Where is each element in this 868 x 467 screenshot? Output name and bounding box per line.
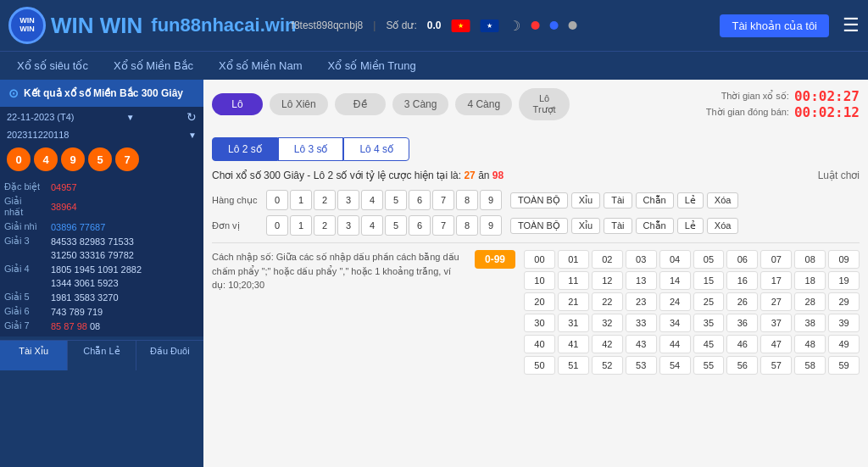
num-cell-50[interactable]: 50: [524, 356, 555, 375]
tab-chan-le[interactable]: Chẵn Lẻ: [68, 341, 136, 370]
num-cell-40[interactable]: 40: [524, 335, 555, 353]
num-cell-45[interactable]: 45: [693, 335, 725, 353]
dv-toan-bo[interactable]: TOÀN BỘ: [510, 218, 568, 234]
tab-lo[interactable]: Lô: [212, 93, 263, 115]
nav-item-mien-bac[interactable]: Xổ số Miền Bắc: [114, 56, 193, 75]
lo-tab-3so[interactable]: Lô 3 số: [278, 137, 344, 161]
hc-5[interactable]: 5: [385, 190, 407, 210]
num-cell-24[interactable]: 24: [659, 292, 691, 311]
num-cell-15[interactable]: 15: [693, 271, 725, 290]
num-cell-29[interactable]: 29: [828, 292, 860, 311]
num-cell-19[interactable]: 19: [828, 271, 860, 290]
flag-us-icon[interactable]: ★: [480, 19, 498, 32]
num-cell-51[interactable]: 51: [558, 356, 589, 375]
hc-6[interactable]: 6: [409, 190, 431, 210]
nav-item-mien-nam[interactable]: Xổ số Miền Nam: [219, 56, 302, 75]
hc-7[interactable]: 7: [432, 190, 454, 210]
num-cell-39[interactable]: 39: [828, 314, 860, 332]
num-cell-18[interactable]: 18: [794, 271, 826, 290]
num-cell-22[interactable]: 22: [592, 292, 623, 311]
dv-7[interactable]: 7: [432, 215, 454, 236]
luat-choi-link[interactable]: Luật chơi: [818, 170, 860, 181]
hc-4[interactable]: 4: [361, 190, 383, 210]
hc-1[interactable]: 1: [290, 190, 312, 210]
dv-5[interactable]: 5: [385, 215, 407, 236]
nav-item-mien-trung[interactable]: Xổ số Miền Trung: [328, 56, 416, 75]
dv-tai[interactable]: Tài: [604, 218, 632, 234]
hc-3[interactable]: 3: [337, 190, 359, 210]
menu-icon[interactable]: ☰: [843, 14, 860, 36]
num-cell-27[interactable]: 27: [760, 292, 792, 311]
session-chevron[interactable]: ▼: [188, 131, 197, 140]
num-cell-57[interactable]: 57: [760, 356, 792, 375]
hc-chan[interactable]: Chẵn: [636, 192, 674, 208]
num-cell-46[interactable]: 46: [726, 335, 758, 353]
num-cell-31[interactable]: 31: [558, 314, 589, 332]
num-cell-13[interactable]: 13: [626, 271, 657, 290]
dv-xoa[interactable]: Xóa: [707, 218, 739, 234]
num-cell-10[interactable]: 10: [524, 271, 555, 290]
num-cell-25[interactable]: 25: [693, 292, 725, 311]
num-cell-44[interactable]: 44: [659, 335, 691, 353]
quick-select-btn[interactable]: 0-99: [475, 250, 515, 269]
num-cell-04[interactable]: 04: [659, 250, 691, 269]
num-cell-41[interactable]: 41: [558, 335, 589, 353]
dv-6[interactable]: 6: [409, 215, 431, 236]
num-cell-26[interactable]: 26: [726, 292, 758, 311]
num-cell-37[interactable]: 37: [760, 314, 792, 332]
num-cell-33[interactable]: 33: [626, 314, 657, 332]
num-cell-01[interactable]: 01: [558, 250, 589, 269]
hc-8[interactable]: 8: [456, 190, 478, 210]
sidebar-refresh-icon[interactable]: ↻: [186, 110, 197, 124]
tab-de[interactable]: Đề: [335, 93, 386, 115]
flag-vietnam-icon[interactable]: ★: [451, 19, 470, 32]
num-cell-36[interactable]: 36: [726, 314, 758, 332]
tab-tai-xiu[interactable]: Tài Xỉu: [0, 341, 68, 370]
tab-3-cang[interactable]: 3 Càng: [392, 93, 449, 115]
tab-dau-duoi[interactable]: Đầu Đuôi: [136, 341, 203, 370]
hc-9[interactable]: 9: [480, 190, 502, 210]
num-cell-38[interactable]: 38: [794, 314, 826, 332]
hc-xoa[interactable]: Xóa: [707, 192, 739, 208]
sidebar-date-chevron[interactable]: ▼: [126, 113, 135, 122]
num-cell-47[interactable]: 47: [760, 335, 792, 353]
dv-1[interactable]: 1: [290, 215, 312, 236]
tab-4-cang[interactable]: 4 Càng: [455, 93, 512, 115]
hc-tai[interactable]: Tài: [604, 192, 632, 208]
dv-2[interactable]: 2: [314, 215, 336, 236]
num-cell-05[interactable]: 05: [693, 250, 725, 269]
num-cell-14[interactable]: 14: [659, 271, 691, 290]
dv-4[interactable]: 4: [361, 215, 383, 236]
dv-chan[interactable]: Chẵn: [636, 218, 674, 234]
num-cell-56[interactable]: 56: [726, 356, 758, 375]
num-cell-08[interactable]: 08: [794, 250, 826, 269]
num-cell-54[interactable]: 54: [659, 356, 691, 375]
num-cell-03[interactable]: 03: [626, 250, 657, 269]
num-cell-32[interactable]: 32: [592, 314, 623, 332]
num-cell-58[interactable]: 58: [794, 356, 826, 375]
hc-0[interactable]: 0: [266, 190, 288, 210]
num-cell-00[interactable]: 00: [524, 250, 555, 269]
hc-le[interactable]: Lẻ: [677, 192, 704, 208]
num-cell-12[interactable]: 12: [592, 271, 623, 290]
num-cell-23[interactable]: 23: [626, 292, 657, 311]
num-cell-28[interactable]: 28: [794, 292, 826, 311]
dv-xiu[interactable]: Xỉu: [571, 218, 600, 234]
num-cell-35[interactable]: 35: [693, 314, 725, 332]
nav-item-sieu-toc[interactable]: Xổ số siêu tốc: [17, 56, 88, 75]
num-cell-34[interactable]: 34: [659, 314, 691, 332]
num-cell-49[interactable]: 49: [828, 335, 860, 353]
num-cell-16[interactable]: 16: [726, 271, 758, 290]
num-cell-42[interactable]: 42: [592, 335, 623, 353]
num-cell-07[interactable]: 07: [760, 250, 792, 269]
dv-le[interactable]: Lẻ: [677, 218, 704, 234]
dv-9[interactable]: 9: [480, 215, 502, 236]
hc-2[interactable]: 2: [314, 190, 336, 210]
dv-0[interactable]: 0: [266, 215, 288, 236]
dv-3[interactable]: 3: [337, 215, 359, 236]
theme-toggle-icon[interactable]: ☽: [509, 18, 520, 34]
num-cell-09[interactable]: 09: [828, 250, 860, 269]
num-cell-06[interactable]: 06: [726, 250, 758, 269]
num-cell-17[interactable]: 17: [760, 271, 792, 290]
num-cell-20[interactable]: 20: [524, 292, 555, 311]
